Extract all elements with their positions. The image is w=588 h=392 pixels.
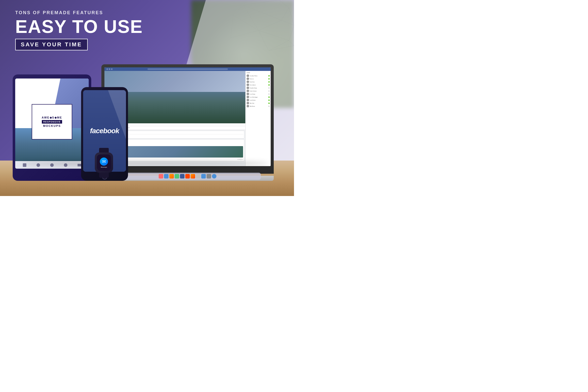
macbook-dock — [114, 173, 261, 180]
watch-screen: ✉ Messenger — [97, 154, 111, 171]
fb-friends-sidebar: CHAT Jonathan Pellow Kari Lee — [245, 71, 271, 166]
fb-friend-name-9: Luke Woods — [250, 100, 255, 101]
fb-friend-name-10: Mac Tyler — [250, 103, 254, 104]
fb-friend-avatar-1 — [247, 74, 249, 77]
fb-friend-avatar-6 — [247, 90, 249, 92]
fb-friend-4: Kim Caldock — [247, 83, 270, 86]
ipad-screen-content: AWE◆S◆ME RESPONSIVE MOCKUPS — [15, 79, 89, 169]
apple-watch-device: ✉ Messenger — [91, 148, 117, 178]
ipad-logo-box: AWE◆S◆ME RESPONSIVE MOCKUPS — [32, 104, 72, 140]
fb-friend-name-2: Kari Lee — [250, 78, 254, 80]
save-time-badge: SAVE YOUR TIME — [15, 39, 88, 50]
fb-friend-9: Luke Woods — [247, 99, 270, 102]
fb-friend-10: Mac Tyler — [247, 102, 270, 105]
macbook-screen: Friends ▾ Following ▾ Message ▾ ▾ Photos… — [104, 67, 271, 166]
fb-online-indicator-3 — [268, 81, 270, 83]
fb-friend-avatar-7 — [247, 93, 249, 95]
fb-online-indicator-2 — [268, 78, 270, 80]
fb-friend-5: Kristoffer Brady — [247, 86, 270, 89]
fb-friend-7: Lora Zhang — [247, 92, 270, 95]
fb-friend-avatar-4 — [247, 84, 249, 86]
fb-online-indicator-8 — [268, 96, 270, 98]
main-headline: EASY TO USE — [15, 17, 143, 36]
fb-offline-indicator-11 — [268, 106, 270, 107]
fb-friend-avatar-9 — [247, 99, 249, 101]
facebook-ui: Friends ▾ Following ▾ Message ▾ ▾ Photos… — [104, 67, 271, 166]
fb-friend-avatar-10 — [247, 102, 249, 104]
dock-icon-calendar[interactable] — [159, 174, 163, 179]
ipad-logo-line1: AWE◆S◆ME — [42, 116, 62, 120]
devices-area: AWE◆S◆ME RESPONSIVE MOCKUPS — [13, 39, 281, 181]
fb-friend-1: Jonathan Pellow — [247, 74, 270, 77]
dock-icon-appstore[interactable] — [201, 174, 206, 179]
device-shadow — [20, 161, 269, 166]
fb-friend-avatar-3 — [247, 81, 249, 83]
fb-friend-name-6: Kurtin Hoxburn — [250, 90, 257, 92]
fb-friend-name-1: Jonathan Pellow — [250, 75, 257, 76]
fb-friend-name-7: Lora Zhang — [250, 93, 255, 95]
fb-online-indicator-10 — [268, 103, 270, 104]
headline-area: TONS OF PREMADE FEATURES EASY TO USE SAV… — [15, 10, 143, 50]
fb-friend-avatar-2 — [247, 77, 249, 80]
watch-band-bottom — [99, 173, 109, 178]
dock-icon-messages[interactable] — [180, 174, 185, 179]
fb-topbar — [104, 67, 271, 71]
fb-friend-avatar-5 — [247, 87, 249, 89]
fb-like-count: ♥ 129 ⬜ 11 — [237, 159, 243, 160]
ipad-screen: AWE◆S◆ME RESPONSIVE MOCKUPS — [15, 79, 89, 169]
fb-online-indicator-9 — [268, 100, 270, 101]
fb-sidebar-label: CHAT — [247, 72, 270, 73]
ipad-logo-badge: RESPONSIVE — [42, 120, 62, 124]
iphone-fb-text: facebook — [90, 127, 119, 135]
dock-icon-finder[interactable] — [164, 174, 169, 179]
ipad-logo-line2: MOCKUPS — [43, 124, 61, 128]
fb-friend-name-3: Kate Stern — [250, 81, 255, 83]
fb-friend-6: Kurtin Hoxburn — [247, 89, 270, 92]
fb-friend-name-4: Kim Caldock — [250, 84, 255, 86]
fb-online-indicator-4 — [268, 84, 270, 86]
watch-messenger-icon: ✉ — [100, 158, 108, 166]
fb-content-area: Friends ▾ Following ▾ Message ▾ ▾ Photos… — [104, 71, 271, 166]
watch-body: ✉ Messenger — [95, 152, 113, 173]
watch-messenger-text: Messenger — [101, 166, 107, 168]
watch-band-top — [99, 148, 109, 152]
subtitle-text: TONS OF PREMADE FEATURES — [15, 10, 143, 15]
dock-icon-trash[interactable] — [212, 174, 216, 179]
fb-friends-list: Jonathan Pellow Kari Lee — [247, 74, 270, 108]
fb-friend-avatar-11 — [247, 105, 249, 107]
fb-friend-name-8: Luiz Schindegger — [250, 96, 258, 98]
fb-friend-name-5: Kristoffer Brady — [250, 87, 257, 89]
dock-icon-music[interactable] — [191, 174, 195, 179]
fb-offline-indicator-6 — [268, 90, 270, 92]
fb-friend-2: Kari Lee — [247, 77, 270, 80]
dock-icon-contacts[interactable] — [175, 174, 179, 179]
dock-icon-photos[interactable] — [169, 174, 174, 179]
fb-friend-3: Kate Stern — [247, 80, 270, 83]
fb-offline-indicator-7 — [268, 93, 270, 95]
dock-icon-books[interactable] — [196, 174, 200, 179]
fb-online-indicator-1 — [268, 75, 270, 76]
fb-friend-8: Luiz Schindegger — [247, 95, 270, 99]
fb-friend-11: Matt Brown — [247, 105, 270, 108]
dock-icon-maps[interactable] — [185, 174, 190, 179]
fb-offline-indicator-5 — [268, 87, 270, 89]
fb-friend-avatar-8 — [247, 96, 249, 98]
fb-friend-name-11: Matt Brown — [250, 106, 255, 107]
dock-icon-settings[interactable] — [207, 174, 211, 179]
